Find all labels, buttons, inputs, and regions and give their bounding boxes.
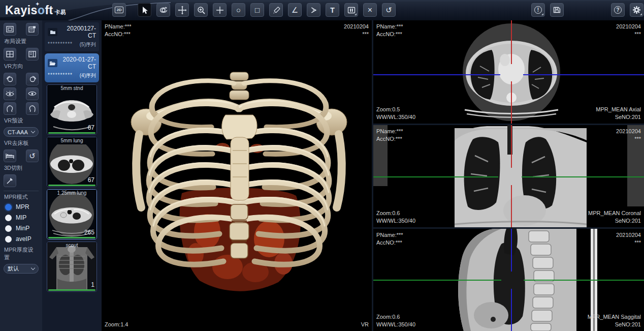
mpr-thickness-select[interactable]: 默认 <box>4 264 39 274</box>
close-icon: × <box>368 6 372 15</box>
crosshair-sagittal-vertical[interactable] <box>511 229 512 272</box>
crosshair-sagittal-horizontal[interactable] <box>524 280 644 281</box>
report-info-button[interactable]: ! <box>531 3 545 17</box>
remove-bed-button[interactable] <box>4 149 16 162</box>
series-thumbnail-scout[interactable]: scout 1 <box>47 242 97 292</box>
series-thumbnail-5mm-stnd[interactable]: 5mm stnd 67 <box>47 84 97 135</box>
header-bar: Kayisoft✦ 卡易 2D <box>0 0 644 20</box>
viewport-mpr-coronal[interactable]: PName:***AccNO:*** 20210204*** Zoom:0.6W… <box>373 125 644 227</box>
mpr-thickness-value: 默认 <box>8 265 19 273</box>
reset-view-button[interactable]: ↺ <box>382 3 396 17</box>
sagittal-date-overlay: 20210204*** <box>616 231 641 247</box>
crosshair-coronal-vertical[interactable] <box>511 185 512 227</box>
series-thumbnail-1-25mm-lung[interactable]: 1.25mm lung 265 <box>47 189 97 239</box>
bed-icon <box>6 153 14 160</box>
radio-icon <box>5 204 12 210</box>
crosshair-tool-button[interactable] <box>213 3 227 17</box>
rotate-3d-icon <box>159 6 168 15</box>
coronal-date-overlay: 20210204*** <box>616 128 641 143</box>
vr-view-anterior-button[interactable] <box>4 87 16 100</box>
submenu-corner-mark <box>541 13 543 15</box>
crosshair-icon <box>215 6 224 15</box>
help-button[interactable]: ? <box>611 3 625 17</box>
mpr-mode-radio-aveip[interactable]: aveIP <box>5 235 39 243</box>
text-annotation-button[interactable]: T <box>326 3 339 17</box>
vr-view-posterior-button[interactable] <box>26 87 39 100</box>
vr-head-right-icon <box>28 105 36 113</box>
series-thumbnail-5mm-lung[interactable]: 5mm lung 67 <box>47 137 97 187</box>
ct-viewer-app: Kayisoft✦ 卡易 2D <box>0 0 644 331</box>
rotate-3d-tool-button[interactable] <box>156 3 170 17</box>
rectangle-roi-button[interactable]: □ <box>250 3 264 17</box>
viewport-mpr-axial[interactable]: PName:***AccNO:*** 20210204*** Zoom:0.5W… <box>373 20 644 124</box>
bed-reset-button[interactable]: ↺ <box>26 149 39 162</box>
crosshair-axial-horizontal[interactable] <box>373 74 500 75</box>
radio-icon <box>5 215 12 221</box>
cursor-tool-button[interactable] <box>138 3 151 17</box>
save-icon <box>553 6 561 14</box>
vr-rotate-left-button[interactable] <box>4 73 16 85</box>
pan-move-icon <box>178 6 187 15</box>
radio-icon <box>5 236 12 243</box>
crosshair-axial-vertical[interactable] <box>511 81 512 124</box>
save-export-button[interactable] <box>550 3 564 17</box>
crosshair-coronal-horizontal[interactable] <box>373 176 498 177</box>
axial-series-overlay: MPR_MEAN AxialSeNO:201 <box>596 106 641 121</box>
settings-button[interactable] <box>630 3 643 17</box>
study-item-2020-01-27[interactable]: 2020-01-27-CT ********** (4)序列 <box>45 53 99 82</box>
cobb-angle-tool-button[interactable] <box>307 3 320 17</box>
cursor-icon <box>140 6 149 15</box>
reset-icon: ↺ <box>385 6 392 15</box>
study-item-20200127[interactable]: 20200127-CT ********** (5)序列 <box>45 22 99 51</box>
vr-preset-select[interactable]: CT-AAA <box>4 127 39 137</box>
view-2d-button[interactable]: 2D <box>112 3 126 17</box>
scalpel-cut-button[interactable] <box>4 174 16 187</box>
pan-tool-button[interactable] <box>175 3 189 17</box>
scalpel-icon <box>6 177 14 185</box>
mpr-mode-radio-mip[interactable]: MIP <box>5 214 39 221</box>
pencil-ruler-icon <box>272 6 281 15</box>
layout-split-button[interactable] <box>26 48 39 61</box>
vr-direction-label: VR方向 <box>4 63 39 70</box>
crosshair-sagittal-horizontal[interactable] <box>373 280 501 281</box>
crosshair-axial-horizontal[interactable] <box>523 74 644 75</box>
layout-grid-2x2-button[interactable] <box>4 48 16 61</box>
load-progress-bar <box>48 132 95 134</box>
layout-custom-icon <box>28 26 36 33</box>
mpr-mode-radio-mpr[interactable]: MPR <box>5 203 39 210</box>
vr-view-head-right-button[interactable] <box>26 102 39 115</box>
viewport-mpr-sagittal[interactable]: PName:***AccNO:*** 20210204*** Zoom:0.6W… <box>373 229 644 331</box>
window-level-button[interactable] <box>344 3 358 17</box>
viewport-vr-3d[interactable]: PName:***AccNO:*** 20210204*** Zoom:1.4 … <box>102 20 372 331</box>
angle-tool-button[interactable]: ∠ <box>288 3 302 17</box>
vr-view-head-left-button[interactable] <box>4 102 16 115</box>
zoom-tool-button[interactable] <box>194 3 208 17</box>
vr-preset-value: CT-AAA <box>8 129 28 135</box>
sagittal-zoom-overlay: Zoom:0.6WW/WL:350/40 <box>376 313 415 328</box>
crosshair-sagittal-vertical[interactable] <box>511 289 512 331</box>
vr-rotate-right-button[interactable] <box>26 73 39 85</box>
measure-length-button[interactable] <box>269 3 283 17</box>
load-progress-bar <box>48 237 95 238</box>
cut-3d-label: 3D切割 <box>4 164 39 172</box>
delete-annotation-button[interactable]: × <box>363 3 377 17</box>
layout-custom-button[interactable] <box>26 23 39 36</box>
layout-single-button[interactable] <box>4 23 16 36</box>
submenu-corner-mark <box>355 13 357 15</box>
mpr-mode-radio-minp[interactable]: MinP <box>5 225 39 232</box>
crosshair-coronal-vertical[interactable] <box>511 125 512 168</box>
layout-section-label: 布局设置 <box>4 38 39 45</box>
text-tool-icon: T <box>330 6 335 14</box>
crosshair-coronal-horizontal[interactable] <box>522 176 644 177</box>
layout-grid-icon <box>6 51 14 57</box>
crosshair-axial-vertical[interactable] <box>511 20 512 64</box>
submenu-corner-mark <box>640 13 642 15</box>
folder-open-icon <box>48 59 57 67</box>
mpr-mode-label: MPR模式 <box>4 193 39 201</box>
series-panel: 20200127-CT ********** (5)序列 2020-01-27-… <box>42 20 102 331</box>
coronal-zoom-overlay: Zoom:0.6WW/WL:350/40 <box>376 209 415 225</box>
vr-date-overlay: 20210204*** <box>344 23 369 38</box>
thumbnail-xray-image <box>47 242 96 291</box>
vr-head-left-icon <box>6 105 14 113</box>
ellipse-roi-button[interactable]: ○ <box>232 3 245 17</box>
